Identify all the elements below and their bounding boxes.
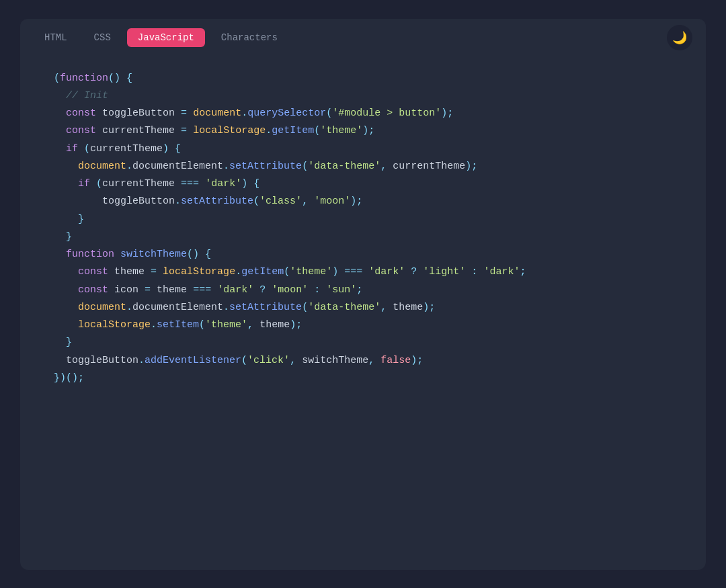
code-line: localStorage.setItem('theme', theme); <box>54 317 686 334</box>
tab-bar: HTML CSS JavaScript Characters 🌙 <box>20 19 706 56</box>
code-line: })(); <box>54 370 686 387</box>
code-line: if (currentTheme === 'dark') { <box>54 175 686 193</box>
editor-container: HTML CSS JavaScript Characters 🌙 (functi… <box>20 19 706 570</box>
code-line: if (currentTheme) { <box>54 140 686 158</box>
code-line: (function() { <box>54 70 686 87</box>
code-line: const toggleButton = document.querySelec… <box>54 105 686 122</box>
code-line: document.documentElement.setAttribute('d… <box>54 299 686 317</box>
tab-css[interactable]: CSS <box>83 28 122 47</box>
code-line: } <box>54 334 686 351</box>
theme-toggle-button[interactable]: 🌙 <box>667 25 692 50</box>
code-line: toggleButton.setAttribute('class', 'moon… <box>54 193 686 210</box>
code-line: toggleButton.addEventListener('click', s… <box>54 352 686 370</box>
code-line: // Init <box>54 87 686 105</box>
code-line: document.documentElement.setAttribute('d… <box>54 158 686 175</box>
code-line: } <box>54 228 686 246</box>
tab-html[interactable]: HTML <box>34 28 78 47</box>
code-line: const currentTheme = localStorage.getIte… <box>54 122 686 140</box>
code-line: } <box>54 211 686 228</box>
code-line: const icon = theme === 'dark' ? 'moon' :… <box>54 282 686 299</box>
code-editor: (function() { // Init const toggleButton… <box>20 56 706 415</box>
tab-javascript[interactable]: JavaScript <box>127 28 205 47</box>
code-line: function switchTheme() { <box>54 246 686 263</box>
tab-characters[interactable]: Characters <box>210 28 288 47</box>
code-line: const theme = localStorage.getItem('them… <box>54 263 686 281</box>
